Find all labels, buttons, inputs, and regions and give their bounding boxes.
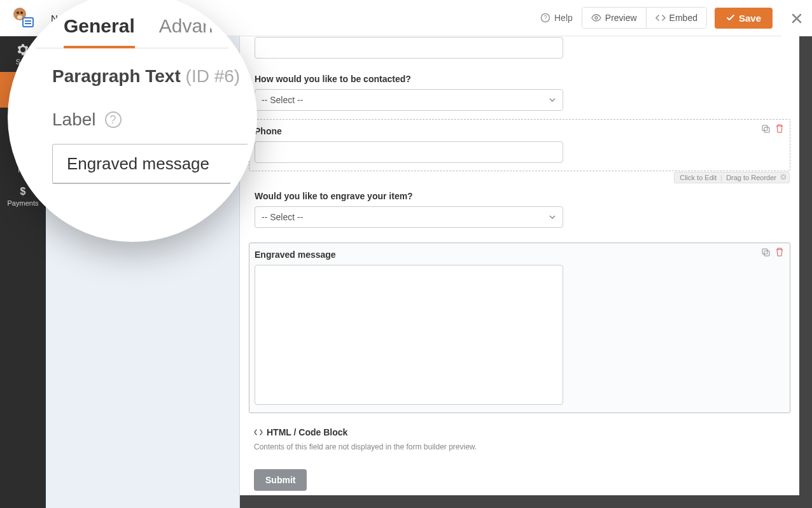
app-logo [0, 5, 46, 31]
magnifier-overlay: General Advanc Paragraph Text (ID #6) La… [8, 0, 257, 242]
embed-label: Embed [669, 13, 697, 23]
reorder-hint: Click to Edit | Drag to Reorder [674, 172, 790, 183]
help-icon: ? [540, 13, 550, 23]
code-icon [655, 13, 666, 23]
nav-payments-label: Payments [8, 199, 39, 207]
preview-embed-group: Preview Embed [582, 7, 707, 29]
save-button[interactable]: Save [715, 8, 773, 29]
contact-method-label: How would you like to be contacted? [255, 74, 785, 84]
trash-icon [774, 247, 785, 257]
wpforms-logo-icon [10, 5, 36, 31]
field-type-heading: Paragraph Text (ID #6) [14, 48, 251, 87]
svg-rect-17 [762, 249, 767, 254]
delete-field-button[interactable] [774, 123, 785, 134]
field-name[interactable] [240, 36, 799, 67]
svg-point-2 [20, 11, 23, 14]
duplicate-icon [760, 123, 771, 134]
close-icon [791, 13, 802, 24]
form-preview-canvas: How would you like to be contacted? -- S… [240, 36, 799, 495]
preview-label: Preview [605, 13, 637, 23]
help-label: Help [554, 13, 573, 23]
code-icon [254, 428, 263, 437]
preview-button[interactable]: Preview [582, 8, 646, 28]
field-engrave-question[interactable]: Would you like to engrave your item? -- … [240, 184, 799, 236]
duplicate-icon [760, 247, 771, 257]
delete-field-button[interactable] [774, 247, 785, 257]
top-actions: ? Help Preview Embed Save [531, 7, 781, 29]
label-caption: Label [52, 109, 96, 130]
svg-point-9 [595, 17, 598, 19]
field-type-name: Paragraph Text [52, 66, 181, 86]
eye-icon [591, 13, 601, 23]
engraved-textarea[interactable] [255, 265, 563, 405]
dismiss-hint-button[interactable] [780, 174, 787, 180]
field-contact-method[interactable]: How would you like to be contacted? -- S… [240, 67, 799, 119]
close-small-icon [780, 174, 787, 180]
help-link[interactable]: ? Help [531, 8, 582, 28]
engrave-select[interactable]: -- Select -- [255, 206, 563, 228]
tab-general[interactable]: General [64, 15, 135, 48]
duplicate-field-button[interactable] [760, 123, 771, 134]
select-value: -- Select -- [262, 95, 303, 105]
dollar-icon: $ [17, 185, 29, 197]
drag-reorder-text: Drag to Reorder [726, 174, 776, 181]
field-phone[interactable]: Phone Click to Edit | Drag to Reorder [249, 119, 790, 171]
select-value: -- Select -- [262, 212, 303, 222]
submit-label: Submit [265, 475, 295, 485]
close-button[interactable] [781, 0, 812, 36]
engraved-label: Engraved message [255, 250, 785, 260]
label-input-value: Engraved message [67, 154, 209, 174]
chevron-down-icon [549, 213, 556, 221]
svg-point-1 [17, 11, 19, 14]
svg-rect-15 [764, 127, 769, 132]
svg-text:$: $ [20, 186, 26, 197]
phone-label: Phone [255, 126, 785, 136]
contact-method-select[interactable]: -- Select -- [255, 89, 563, 111]
name-input[interactable] [255, 37, 563, 59]
engrave-q-label: Would you like to engrave your item? [255, 191, 785, 201]
duplicate-field-button[interactable] [760, 247, 771, 257]
phone-input[interactable] [255, 141, 563, 163]
trash-icon [774, 123, 785, 134]
submit-button[interactable]: Submit [254, 469, 307, 491]
field-engraved-message[interactable]: Engraved message [249, 243, 790, 413]
svg-rect-14 [762, 125, 767, 131]
svg-rect-4 [23, 18, 33, 27]
label-help-icon[interactable]: ? [105, 111, 122, 128]
html-block-desc: Contents of this field are not displayed… [254, 442, 785, 451]
save-label: Save [739, 13, 761, 24]
embed-button[interactable]: Embed [646, 8, 706, 28]
chevron-down-icon [549, 96, 556, 104]
label-input[interactable]: Engraved message [52, 144, 251, 183]
svg-text:?: ? [543, 15, 547, 22]
html-code-block-field[interactable]: HTML / Code Block Contents of this field… [254, 427, 785, 451]
svg-point-3 [17, 15, 22, 19]
click-edit-text: Click to Edit [680, 174, 717, 181]
field-id: (ID #6) [186, 66, 241, 86]
html-block-title: HTML / Code Block [267, 427, 347, 437]
svg-rect-18 [764, 251, 769, 256]
check-icon [726, 13, 735, 22]
